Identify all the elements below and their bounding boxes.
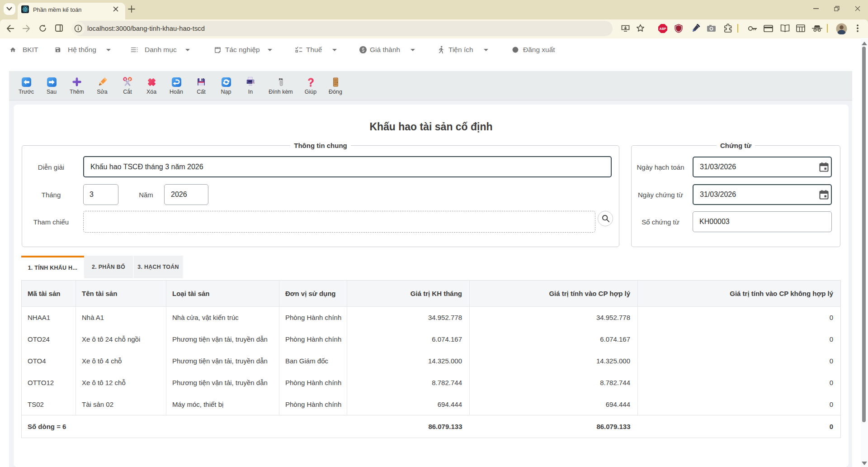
svg-text:ABP: ABP bbox=[660, 27, 666, 30]
